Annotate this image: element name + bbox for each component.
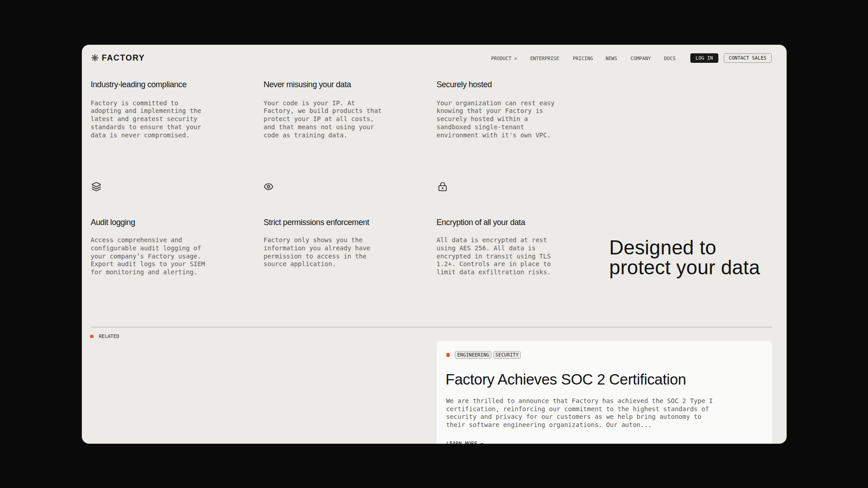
news-excerpt: We are thrilled to announce that Factory… xyxy=(446,397,723,429)
contact-sales-button[interactable]: CONTACT SALES xyxy=(724,53,772,63)
nav-item-pricing[interactable]: PRICING xyxy=(573,55,593,61)
nav-item-docs[interactable]: DOCS xyxy=(664,55,676,61)
tag-engineering[interactable]: ENGINEERING xyxy=(455,351,491,359)
news-dot-icon xyxy=(446,353,450,357)
feature-body-data-misuse: Your code is your IP. At Factory, we bui… xyxy=(264,99,383,140)
eye-icon xyxy=(264,182,274,192)
layers-icon xyxy=(91,182,101,192)
divider xyxy=(91,327,773,328)
feature-body-permissions: Factory only shows you the information y… xyxy=(264,236,383,268)
nav-item-enterprise[interactable]: ENTERPRISE xyxy=(530,55,559,61)
news-title[interactable]: Factory Achieves SOC 2 Certification xyxy=(446,371,686,389)
feature-title-hosting: Securely hosted xyxy=(437,80,590,89)
learn-more-link[interactable]: LEARN MORE → xyxy=(447,441,484,444)
brand-wordmark: FACTORY xyxy=(102,53,145,62)
lock-keyhole-icon xyxy=(438,182,448,192)
feature-title-data-misuse: Never misusing your data xyxy=(264,80,417,89)
section-heading: Designed to protect your data xyxy=(609,238,773,277)
page-card: FACTORY PRODUCT > ENTERPRISE PRICING NEW… xyxy=(82,45,787,444)
feature-title-permissions: Strict permissions enforcement xyxy=(264,217,417,227)
related-dot-icon xyxy=(90,335,94,338)
feature-title-compliance: Industry-leading compliance xyxy=(91,80,245,89)
nav-item-news[interactable]: NEWS xyxy=(606,55,618,61)
feature-body-hosting: Your organization can rest easy knowing … xyxy=(437,99,557,140)
related-label: RELATED xyxy=(99,333,119,339)
feature-title-audit: Audit logging xyxy=(91,217,245,227)
feature-body-audit: Access comprehensive and configurable au… xyxy=(91,236,211,277)
nav-item-product[interactable]: PRODUCT > xyxy=(491,55,517,61)
tag-security[interactable]: SECURITY xyxy=(493,351,521,359)
nav-item-company[interactable]: COMPANY xyxy=(631,55,651,61)
feature-body-compliance: Factory is committed to adopting and imp… xyxy=(91,99,211,140)
login-button[interactable]: LOG IN xyxy=(690,53,718,63)
feature-title-encryption: Encryption of all your data xyxy=(437,217,590,227)
feature-body-encryption: All data is encrypted at rest using AES … xyxy=(437,236,557,277)
serrated-edge xyxy=(438,340,771,342)
factory-logo-icon xyxy=(91,54,99,62)
